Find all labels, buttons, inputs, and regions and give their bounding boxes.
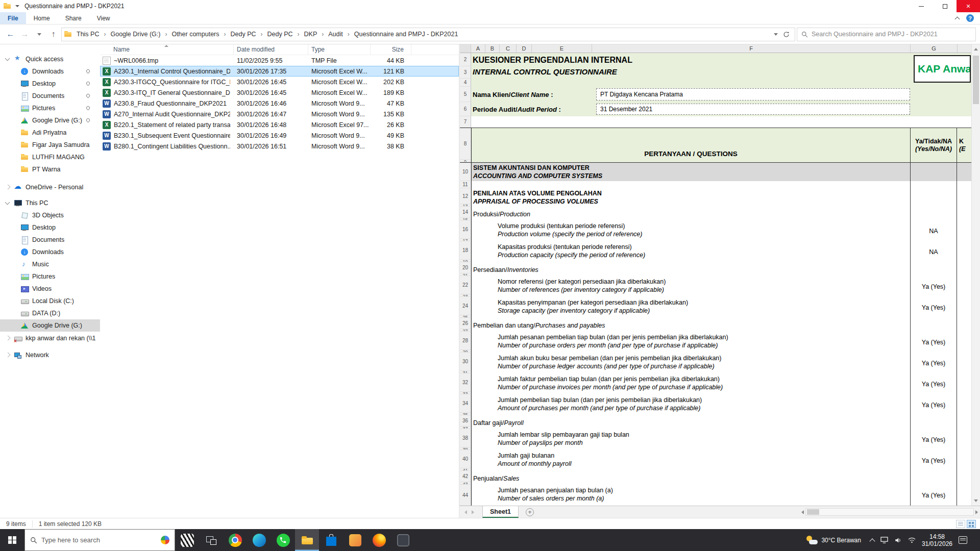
sidebar-item-luthfi-magang[interactable]: LUTHFI MAGANG: [0, 151, 100, 163]
question-cell[interactable]: Jumlah pembelian tiap bulan (dan per jen…: [471, 394, 910, 415]
sheet-cell[interactable]: Pembelian dan utang/Purchases and payabl…: [471, 318, 910, 332]
add-sheet-button[interactable]: +: [526, 508, 534, 516]
sheet-cell[interactable]: Daftar gaji/Payroll: [471, 415, 910, 429]
file-row-b220-1-statement-of-related-party-transac[interactable]: B220.1_Statement of related party transa…: [100, 119, 459, 130]
answer-cell[interactable]: Ya (Yes): [910, 485, 957, 506]
question-cell[interactable]: Jumlah pesanan penjualan tiap bulan (a)N…: [471, 485, 910, 506]
row-header-32[interactable]: 3233: [460, 373, 471, 394]
answer-cell[interactable]: [910, 471, 957, 485]
network-icon[interactable]: [908, 537, 916, 543]
sidebar-item-adi-priyatna[interactable]: Adi Priyatna: [0, 127, 100, 139]
chrome-taskbar-button[interactable]: [223, 529, 247, 551]
question-cell[interactable]: Kapasitas penyimpanan (per kategori pers…: [471, 297, 910, 318]
taskbar-search-input[interactable]: [41, 536, 157, 544]
zebra-taskbar-button[interactable]: [175, 529, 199, 551]
sheet-cell[interactable]: Persediaan/Inventories: [471, 262, 910, 276]
app-dark-taskbar-button[interactable]: [391, 529, 415, 551]
back-button[interactable]: ←: [4, 28, 17, 41]
row-header-36[interactable]: 3637: [460, 415, 471, 429]
answer-cell[interactable]: Ya (Yes): [910, 429, 957, 450]
answer-cell[interactable]: Ya (Yes): [910, 353, 957, 373]
search-box[interactable]: [797, 28, 976, 41]
sheet-nav-left-icon[interactable]: [464, 510, 467, 514]
sidebar-item-pictures[interactable]: Pictures: [0, 270, 100, 283]
answer-cell[interactable]: Ya (Yes): [910, 394, 957, 415]
row-header-14[interactable]: 1415: [460, 207, 471, 220]
firefox-taskbar-button[interactable]: [367, 529, 391, 551]
column-header-F[interactable]: F: [592, 44, 911, 53]
sidebar-section-kkp-anwar-dan-rekan-1[interactable]: kkp anwar dan rekan (\\1: [0, 332, 100, 344]
question-cell[interactable]: Nomor referensi (per kategori persediaan…: [471, 276, 910, 297]
vertical-scrollbar[interactable]: [971, 44, 980, 506]
scroll-down-icon[interactable]: [974, 499, 978, 502]
column-header-size[interactable]: Size: [371, 44, 411, 55]
row-header-30[interactable]: 3031: [460, 353, 471, 373]
row-header-42[interactable]: 4243: [460, 471, 471, 485]
sheet-tab-sheet1[interactable]: Sheet1: [482, 506, 519, 518]
question-cell[interactable]: Jumlah akun buku besar pembelian (dan pe…: [471, 353, 910, 373]
recent-locations-button[interactable]: [33, 28, 45, 41]
row-header-11[interactable]: 11: [460, 181, 471, 188]
show-hidden-icons-chevron[interactable]: [869, 538, 875, 544]
sheet-nav-right-icon[interactable]: [472, 510, 474, 514]
help-icon[interactable]: ?: [966, 14, 974, 22]
scroll-up-icon[interactable]: [974, 48, 978, 51]
row-header-8[interactable]: 8 9: [460, 128, 471, 162]
sidebar-item-local-disk-c[interactable]: Local Disk (C:): [0, 295, 100, 307]
column-header-G[interactable]: G: [911, 44, 958, 53]
sidebar-item-desktop[interactable]: Desktop: [0, 78, 100, 90]
file-row-b230-1-subsequent-event-questionnaire[interactable]: B230.1_Subsequent Event Questionnaire_..…: [100, 130, 459, 141]
answer-cell[interactable]: [910, 163, 957, 181]
sidebar-item-pictures[interactable]: Pictures: [0, 102, 100, 114]
thumbnails-view-icon[interactable]: [967, 520, 976, 528]
whatsapp-taskbar-button[interactable]: [271, 529, 295, 551]
file-row-a230-1-internal-control-questionnaire-d[interactable]: A230.1_Internal Control Questionnaire_D.…: [100, 66, 459, 77]
maximize-button[interactable]: [933, 0, 957, 12]
pinned-app-taskbar-button[interactable]: [343, 529, 367, 551]
column-header-E[interactable]: E: [532, 44, 592, 53]
display-icon[interactable]: [880, 537, 888, 543]
scrollbar-thumb[interactable]: [973, 56, 979, 104]
answer-cell[interactable]: [910, 262, 957, 276]
row-header-18[interactable]: 1819: [460, 241, 471, 262]
sidebar-item-documents[interactable]: Documents: [0, 234, 100, 246]
row-header-4[interactable]: 4: [460, 79, 471, 87]
store-taskbar-button[interactable]: [319, 529, 343, 551]
file-row-a230-3-itq-it-general-questionnaire-dk[interactable]: A230.3-ITQ_IT General Questionnaire_DK..…: [100, 87, 459, 98]
row-header-3[interactable]: 3: [460, 66, 471, 79]
sidebar-item-data-d[interactable]: DATA (D:): [0, 307, 100, 319]
scroll-right-icon[interactable]: [975, 510, 978, 514]
forward-button[interactable]: →: [18, 28, 31, 41]
question-cell[interactable]: Jumlah faktur pembelian tiap bulan (dan …: [471, 373, 910, 394]
row-header-22[interactable]: 2223: [460, 276, 471, 297]
answer-cell[interactable]: Ya (Yes): [910, 297, 957, 318]
sidebar-section-onedrive-personal[interactable]: OneDrive - Personal: [0, 181, 100, 193]
sidebar-item-google-drive-g[interactable]: Google Drive (G:): [0, 319, 100, 332]
search-highlights-icon[interactable]: [161, 536, 169, 544]
refresh-icon[interactable]: [783, 31, 790, 38]
sidebar-section-quick-access[interactable]: Quick access: [0, 53, 100, 65]
question-cell[interactable]: Jumlah lembar slip pembayaran gaji tiap …: [471, 429, 910, 450]
answer-cell[interactable]: [910, 318, 957, 332]
row-header-5[interactable]: 5: [460, 87, 471, 102]
sidebar-item-documents[interactable]: Documents: [0, 90, 100, 102]
question-cell[interactable]: Jumlah pesanan pembelian tiap bulan (dan…: [471, 332, 910, 353]
sidebar-item-pt-warna[interactable]: PT Warna: [0, 163, 100, 176]
answer-cell[interactable]: NA: [910, 220, 957, 241]
answer-cell[interactable]: Ya (Yes): [910, 332, 957, 353]
scrollbar-thumb[interactable]: [807, 509, 819, 515]
task-view-taskbar-button[interactable]: [199, 529, 223, 551]
row-header-16[interactable]: 1617: [460, 220, 471, 241]
question-cell[interactable]: Jumlah gaji bulananAmount of monthly pay…: [471, 450, 910, 471]
sidebar-item-downloads[interactable]: Downloads: [0, 65, 100, 78]
row-header-28[interactable]: 2829: [460, 332, 471, 353]
breadcrumb-segment-dkp[interactable]: DKP: [300, 28, 322, 41]
sort-ascending-icon[interactable]: [164, 45, 168, 47]
sidebar-section-network[interactable]: Network: [0, 348, 100, 361]
sidebar-section-this-pc[interactable]: This PC: [0, 196, 100, 209]
file-row-a230-8-fraud-questionnaire-dkp2021[interactable]: A230.8_Fraud Questionnaire_DKP202130/01/…: [100, 98, 459, 109]
file-row-b280-1-contingent-liabilities-questionn[interactable]: B280.1_Contingent Liabilities Questionn.…: [100, 141, 459, 152]
client-name-value[interactable]: PT Digdaya Kencana Pratama: [596, 88, 910, 101]
answer-cell[interactable]: Ya (Yes): [910, 450, 957, 471]
answer-cell[interactable]: [910, 207, 957, 220]
